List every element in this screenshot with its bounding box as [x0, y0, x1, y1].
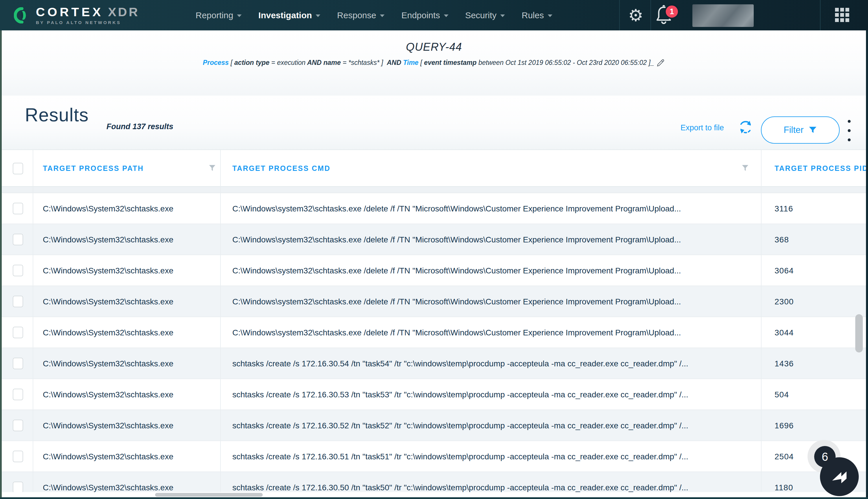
nav-item-label: Investigation: [259, 10, 312, 20]
edit-query-button[interactable]: [656, 58, 665, 67]
query-segment: between Oct 1st 2019 06:55:02 - Oct 23rd…: [477, 59, 647, 66]
table-row[interactable]: C:\Windows\System32\schtasks.exe schtask…: [2, 441, 866, 472]
table-body: C:\Windows\System32\schtasks.exe C:\Wind…: [2, 193, 866, 497]
table-row[interactable]: C:\Windows\System32\schtasks.exe C:\Wind…: [2, 193, 866, 224]
cell-target-process-cmd: C:\Windows\system32\schtasks.exe /delete…: [232, 317, 756, 348]
query-segment: ]_: [647, 59, 654, 66]
table-row[interactable]: C:\Windows\System32\schtasks.exe schtask…: [2, 379, 866, 410]
column-divider: [220, 150, 221, 497]
nav-item-label: Endpoints: [401, 10, 440, 20]
table-options-button[interactable]: [847, 120, 851, 141]
query-segment: =: [341, 59, 348, 66]
table-row[interactable]: C:\Windows\System32\schtasks.exe C:\Wind…: [2, 224, 866, 255]
cell-target-process-cmd: schtasks /create /s 172.16.30.53 /tn "ta…: [232, 379, 756, 410]
nav-item-label: Rules: [522, 10, 544, 20]
vertical-scrollbar-thumb[interactable]: [855, 314, 863, 352]
query-segment: event timestamp: [424, 59, 477, 66]
notification-badge: 1: [664, 4, 679, 19]
cell-target-process-path: C:\Windows\System32\schtasks.exe: [43, 255, 216, 286]
top-navbar: CORTEX XDR BY PALO ALTO NETWORKS Reporti…: [0, 0, 868, 31]
nav-item-active[interactable]: Investigation: [259, 10, 320, 20]
horizontal-scrollbar: [2, 492, 866, 497]
table-row[interactable]: C:\Windows\System32\schtasks.exe schtask…: [2, 348, 866, 379]
table-row[interactable]: C:\Windows\System32\schtasks.exe C:\Wind…: [2, 286, 866, 317]
results-count: Found 137 results: [106, 122, 173, 131]
cell-target-process-pid: 368: [775, 224, 861, 255]
chevron-down-icon: [500, 14, 505, 17]
table-row[interactable]: C:\Windows\System32\schtasks.exe schtask…: [2, 410, 866, 441]
query-segment: AND name: [305, 59, 341, 66]
cell-target-process-path: C:\Windows\System32\schtasks.exe: [43, 317, 216, 348]
cell-target-process-path: C:\Windows\System32\schtasks.exe: [43, 286, 216, 317]
cell-target-process-cmd: C:\Windows\system32\schtasks.exe /delete…: [232, 255, 756, 286]
kebab-icon: [848, 120, 851, 123]
nav-item[interactable]: Reporting: [196, 10, 242, 20]
query-segment: action type: [234, 59, 269, 66]
brand-name: CORTEX: [36, 6, 103, 18]
cell-target-process-cmd: schtasks /create /s 172.16.30.52 /tn "ta…: [232, 410, 756, 441]
column-divider: [33, 150, 33, 497]
cell-target-process-cmd: schtasks /create /s 172.16.30.54 /tn "ta…: [232, 348, 756, 379]
nav-item-label: Response: [337, 10, 376, 20]
horizontal-scrollbar-thumb[interactable]: [155, 493, 263, 497]
query-segment: AND: [387, 59, 403, 66]
table-row[interactable]: C:\Windows\System32\schtasks.exe C:\Wind…: [2, 317, 866, 348]
nav-item-label: Reporting: [196, 10, 233, 20]
user-account[interactable]: [692, 4, 754, 27]
row-checkbox[interactable]: [13, 451, 23, 462]
cortex-logo-icon: [14, 7, 30, 23]
cell-target-process-path: C:\Windows\System32\schtasks.exe: [43, 348, 216, 379]
query-field-link[interactable]: Time: [403, 59, 418, 66]
nav-item[interactable]: Response: [337, 10, 385, 20]
column-header-target-process-cmd[interactable]: TARGET PROCESS CMD: [232, 150, 330, 187]
row-checkbox[interactable]: [13, 234, 23, 245]
query-header: QUERY-44 Process [ action type = executi…: [0, 31, 868, 96]
pencil-icon: [656, 58, 665, 67]
filter-button-label: Filter: [784, 125, 804, 135]
results-bar: Results Found 137 results Export to file…: [0, 96, 868, 150]
cell-target-process-pid: 1436: [775, 348, 861, 379]
brand[interactable]: CORTEX XDR BY PALO ALTO NETWORKS: [14, 0, 139, 31]
row-checkbox[interactable]: [13, 358, 23, 369]
settings-button[interactable]: ⚙: [626, 0, 646, 31]
filter-funnel-icon: [809, 126, 817, 134]
nav-item[interactable]: Security: [465, 10, 505, 20]
row-checkbox[interactable]: [13, 203, 23, 214]
app-switcher-button[interactable]: [835, 8, 850, 23]
cell-target-process-pid: 3064: [775, 255, 861, 286]
filter-button[interactable]: Filter: [761, 117, 840, 144]
table-header-row: TARGET PROCESS PATH TARGET PROCESS CMD T…: [2, 150, 866, 187]
nav-item[interactable]: Rules: [522, 10, 552, 20]
cell-target-process-pid: 1696: [775, 410, 861, 441]
brand-suffix: XDR: [108, 6, 139, 18]
query-segment: execution: [277, 59, 305, 66]
export-to-file-link[interactable]: Export to file: [680, 123, 724, 132]
column-filter-icon[interactable]: [741, 165, 749, 172]
row-checkbox[interactable]: [13, 419, 23, 431]
nav-item[interactable]: Endpoints: [401, 10, 448, 20]
partial-row: [2, 187, 866, 193]
cell-target-process-pid: 504: [775, 379, 861, 410]
column-header-target-process-path[interactable]: TARGET PROCESS PATH: [43, 150, 144, 187]
nav-divider: [820, 0, 820, 31]
brand-tagline: BY PALO ALTO NETWORKS: [36, 20, 139, 25]
chat-unread-badge: 6: [814, 446, 835, 467]
query-segment: *schtasks*: [348, 59, 379, 66]
row-checkbox[interactable]: [13, 296, 23, 307]
select-all-checkbox[interactable]: [13, 163, 23, 174]
refresh-button[interactable]: [737, 119, 754, 135]
column-header-target-process-pid[interactable]: TARGET PROCESS PID: [775, 150, 866, 187]
table-row[interactable]: C:\Windows\System32\schtasks.exe C:\Wind…: [2, 255, 866, 286]
results-table: TARGET PROCESS PATH TARGET PROCESS CMD T…: [2, 150, 866, 497]
row-checkbox[interactable]: [13, 389, 23, 400]
nav-divider: [651, 0, 651, 31]
row-checkbox[interactable]: [13, 482, 23, 493]
row-checkbox[interactable]: [13, 265, 23, 276]
left-frame-edge: [0, 31, 2, 499]
query-field-link[interactable]: Process: [203, 59, 229, 66]
sync-icon: [737, 119, 754, 135]
row-checkbox[interactable]: [13, 327, 23, 338]
right-frame-edge: [866, 31, 868, 499]
grid-icon: [835, 8, 839, 12]
column-filter-icon[interactable]: [208, 165, 216, 172]
